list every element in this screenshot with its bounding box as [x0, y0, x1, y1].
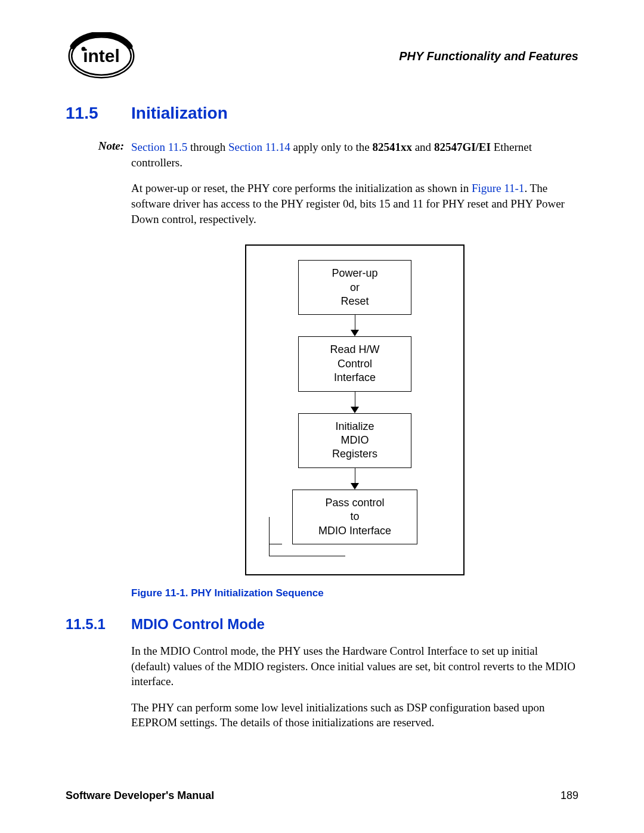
flow-box-powerup: Power-up or Reset	[298, 260, 411, 315]
arrow-down-icon	[351, 330, 359, 336]
paragraph: The PHY can perform some low level initi…	[131, 700, 578, 730]
section-heading: 11.5 Initialization	[66, 104, 578, 123]
intel-logo: intel	[66, 32, 137, 80]
flow-box-init-mdio: Initialize MDIO Registers	[298, 413, 411, 468]
flow-box-pass-control: Pass control to MDIO Interface	[292, 490, 417, 544]
figure-caption: Figure 11-1. PHY Initialization Sequence	[131, 587, 578, 599]
page-number: 189	[561, 789, 578, 802]
figure-frame: Power-up or Reset Read H/W Control Inter…	[245, 244, 465, 575]
subsection-heading: 11.5.1 MDIO Control Mode	[66, 616, 578, 633]
figure: Power-up or Reset Read H/W Control Inter…	[131, 244, 578, 575]
note-block: Note: Section 11.5 through Section 11.14…	[66, 140, 578, 170]
paragraph: In the MDIO Control mode, the PHY uses t…	[131, 643, 578, 689]
subsection-title: MDIO Control Mode	[131, 616, 265, 633]
loopback-line	[269, 517, 282, 544]
arrow-stem	[355, 392, 355, 407]
flow-box-line: Pass control	[295, 496, 414, 510]
flow-box-line: Read H/W	[301, 343, 408, 357]
link-section-11-5[interactable]: Section 11.5	[131, 141, 187, 153]
svg-text:intel: intel	[83, 46, 120, 66]
body-text: At power-up or reset, the PHY core perfo…	[131, 182, 472, 194]
section-title: Initialization	[131, 104, 228, 123]
flow-box-line: MDIO	[301, 433, 408, 447]
product-code: 82541xx	[372, 141, 412, 153]
flow-box-line: Power-up	[301, 267, 408, 280]
flow-box-line: Reset	[301, 295, 408, 308]
svg-point-3	[82, 47, 86, 51]
subsection-number: 11.5.1	[66, 616, 131, 633]
note-label: Note:	[66, 140, 131, 170]
flow-box-line: Interface	[301, 371, 408, 385]
flow-box-line: Control	[301, 357, 408, 371]
page-header: intel PHY Functionality and Features	[66, 32, 578, 80]
arrow-stem	[355, 468, 355, 484]
note-text: through	[187, 141, 228, 153]
flow-box-line: to	[295, 510, 414, 524]
section-number: 11.5	[66, 104, 131, 123]
product-code: 82547GI/EI	[434, 141, 491, 153]
link-figure-11-1[interactable]: Figure 11-1	[472, 182, 524, 194]
flow-box-line: Registers	[301, 447, 408, 461]
note-text: and	[412, 141, 434, 153]
flow-box-line: or	[301, 281, 408, 295]
link-section-11-14[interactable]: Section 11.14	[228, 141, 290, 153]
arrow-stem	[355, 315, 355, 330]
flow-box-line: Initialize	[301, 420, 408, 433]
footer-manual-title: Software Developer's Manual	[66, 789, 214, 802]
flow-box-line: MDIO Interface	[295, 524, 414, 538]
chapter-title: PHY Functionality and Features	[399, 49, 578, 63]
paragraph: At power-up or reset, the PHY core perfo…	[131, 181, 578, 227]
loopback-line	[269, 544, 345, 556]
arrow-down-icon	[351, 483, 359, 490]
flow-box-read-hw: Read H/W Control Interface	[298, 336, 411, 391]
arrow-down-icon	[351, 407, 359, 413]
note-text: apply only to the	[290, 141, 373, 153]
note-body: Section 11.5 through Section 11.14 apply…	[131, 140, 578, 170]
page-footer: Software Developer's Manual 189	[66, 789, 578, 802]
